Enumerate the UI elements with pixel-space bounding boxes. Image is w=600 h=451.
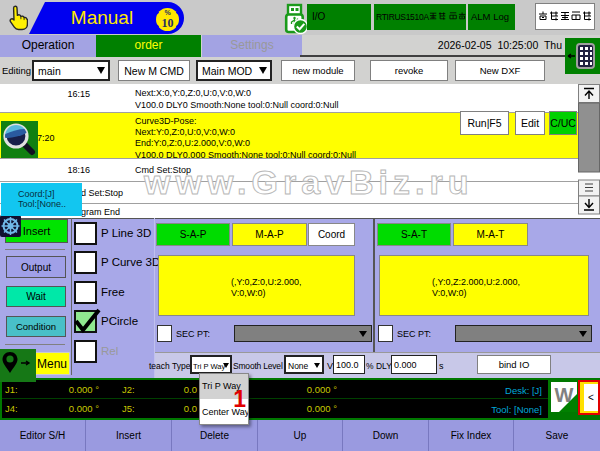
svg-text:%: % [164,9,171,16]
svg-text:10: 10 [162,16,174,30]
